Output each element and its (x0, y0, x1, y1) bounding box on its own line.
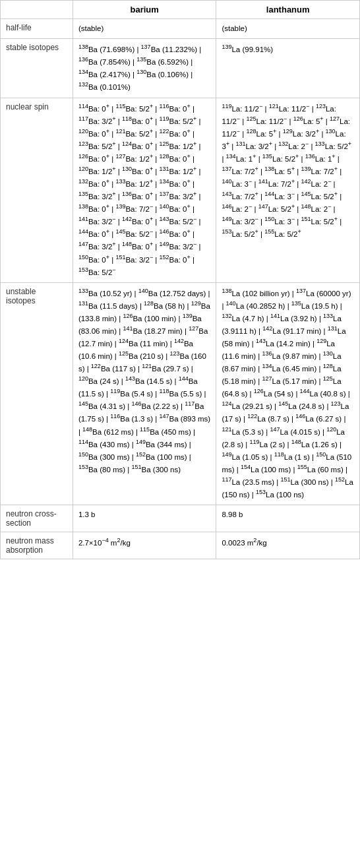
main-table: barium lanthanum half-life(stable)(stabl… (0, 0, 360, 559)
barium-cell-1: 138Ba (71.698%) | 137Ba (11.232%) | 136B… (73, 39, 216, 98)
table-row: half-life(stable)(stable) (1, 19, 360, 39)
col-header-empty (1, 1, 73, 19)
table-row: neutron cross-section1.3 b8.98 b (1, 505, 360, 532)
table-row: unstable isotopes133Ba (10.52 yr) | 140B… (1, 282, 360, 505)
barium-cell-0: (stable) (73, 19, 216, 39)
lanthanum-cell-4: 8.98 b (216, 505, 360, 532)
barium-cell-4: 1.3 b (73, 505, 216, 532)
table-row: nuclear spin114Ba: 0+ | 115Ba: 5/2+ | 11… (1, 98, 360, 282)
row-label-4: neutron cross-section (1, 505, 73, 532)
lanthanum-cell-3: 138La (102 billion yr) | 137La (60000 yr… (216, 282, 360, 505)
barium-cell-5: 2.7×10−4 m2/kg (73, 532, 216, 559)
row-label-0: half-life (1, 19, 73, 39)
table-row: neutron mass absorption2.7×10−4 m2/kg0.0… (1, 532, 360, 559)
row-label-2: nuclear spin (1, 98, 73, 282)
table-row: stable isotopes138Ba (71.698%) | 137Ba (… (1, 39, 360, 98)
barium-cell-2: 114Ba: 0+ | 115Ba: 5/2+ | 116Ba: 0+ | 11… (73, 98, 216, 282)
lanthanum-cell-0: (stable) (216, 19, 360, 39)
row-label-5: neutron mass absorption (1, 532, 73, 559)
col-header-barium: barium (73, 1, 216, 19)
barium-cell-3: 133Ba (10.52 yr) | 140Ba (12.752 days) |… (73, 282, 216, 505)
col-header-lanthanum: lanthanum (216, 1, 360, 19)
row-label-1: stable isotopes (1, 39, 73, 98)
row-label-3: unstable isotopes (1, 282, 73, 505)
lanthanum-cell-5: 0.0023 m2/kg (216, 532, 360, 559)
lanthanum-cell-2: 119La: 11/2− | 121La: 11/2− | 123La: 11/… (216, 98, 360, 282)
lanthanum-cell-1: 139La (99.91%) (216, 39, 360, 98)
